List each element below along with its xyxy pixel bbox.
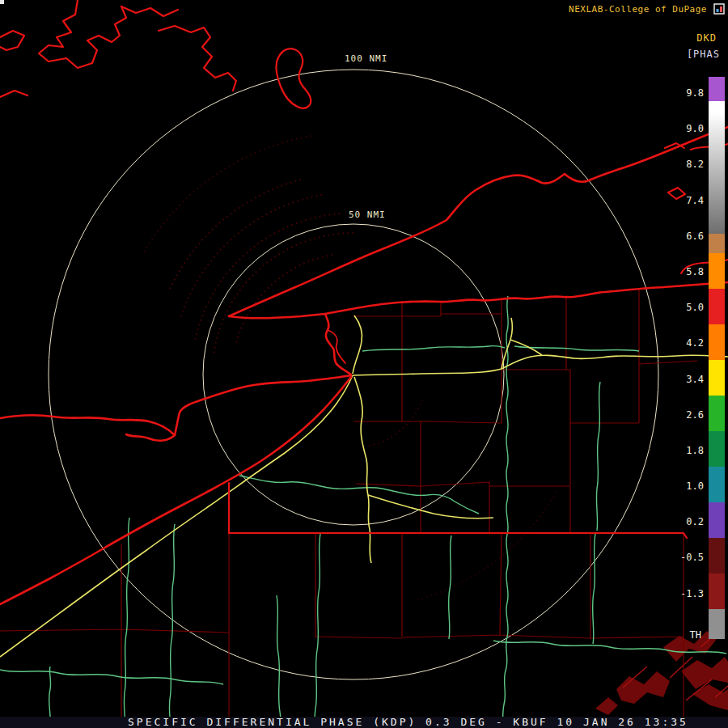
grand-island-channel [328,330,345,363]
range-ring-100nmi [49,70,658,679]
clutter-arc [414,492,557,601]
status-bar: SPECIFIC DIFFERENTIAL PHASE (KDP) 0.3 DE… [0,717,728,728]
status-bar-text: SPECIFIC DIFFERENTIAL PHASE (KDP) 0.3 DE… [128,717,688,728]
range-ring-label-50nmi: 50 NMI [347,210,387,220]
colorbar-segment [709,396,725,431]
niagara-river [325,314,351,375]
radar-map [0,0,728,728]
road-southwest [0,670,223,684]
clutter-arcs [143,136,557,601]
clutter-arc [180,195,322,318]
colorbar-segment [709,609,725,639]
echo-patch [595,697,618,715]
colorbar-segment [709,324,725,360]
colorbar-segment [709,77,725,101]
colorbar-tick-label: 1.0 [670,468,704,504]
state-water-boundaries [0,0,728,604]
cattaraugus-creek [239,476,479,514]
units-label: [PHAS [687,49,720,60]
colorbar-segment [709,101,725,112]
left-edge-shore [0,91,28,97]
colorbar-tick-label: 5.0 [670,290,704,325]
colorbar-segment [709,574,725,609]
erie-canal [362,346,639,351]
colorbar-tick-label: 3.4 [670,362,704,397]
creek-southwest-1 [124,518,129,728]
us219-south [354,377,371,563]
canada-shoreline-a [39,0,126,68]
canada-shoreline-c [159,26,236,91]
colorbar-tick-label: 5.8 [670,254,704,290]
colorbar-tick-label: 4.2 [670,325,704,361]
county-lines [0,290,697,728]
rivers-roads [0,296,726,728]
lake-erie-us-shore [0,377,351,604]
colorbar-tick-label: 1.8 [670,433,704,468]
colorbar-tick-label: 2.6 [670,397,704,433]
header-title: NEXLAB-College of DuPage [569,4,707,15]
route-southeast [368,495,493,518]
clutter-arc [236,255,332,343]
canada-shoreline-b [121,6,178,16]
range-ring-label-100nmi: 100 NMI [343,53,389,64]
lake-ontario-south-shore [229,282,728,318]
colorbar-segment [709,112,725,234]
clutter-arc [366,400,422,447]
range-rings [49,70,658,679]
ny-pa-border [229,483,687,538]
long-point-shore [0,415,175,441]
echo-blob-southeast [595,631,728,715]
corner-mark [0,0,4,4]
colorbar-tick-label: 9.0 [670,111,704,146]
colorbar-segment [709,360,725,396]
colorbar-tick-label: -1.3 [670,576,704,612]
county-boundaries [0,290,697,728]
echo-patch [681,657,728,689]
creek-east-1 [596,382,600,531]
echo-patch [616,671,670,704]
colorbar-tick-label: 8.2 [670,146,704,182]
colorbar-segment [709,538,725,574]
creek-southwest-2 [169,524,175,728]
creek-south-3 [449,535,451,639]
clutter-arc [143,136,311,253]
colorbar-tick-label: 6.6 [670,218,704,254]
colorbar-tick-label: 7.4 [670,183,704,218]
creek-southeast-1 [593,534,595,644]
canada-shoreline-d [0,31,24,50]
lake-erie-canada-shore [175,375,351,435]
colorbar-segment [709,502,725,538]
colorbar-tick-label: 0.2 [670,504,704,540]
radar-echoes [143,136,728,715]
clutter-arc [170,180,301,289]
creek-south-2 [277,595,281,728]
colorbar-tick-label: 9.8 [670,75,704,111]
range-ring-50nmi [203,224,504,525]
i190-niagara [353,315,362,374]
threshold-label: TH [690,629,701,641]
colorbar-segment [709,431,725,467]
highways [0,315,728,657]
colorbar-segment [709,234,725,253]
colorbar-segment [709,289,725,324]
colorbar-segment [709,467,725,502]
colorbar-segment [709,253,725,289]
clutter-arc [214,233,353,355]
cod-logo-icon [713,3,725,15]
product-id-label: DKD [696,32,717,44]
radar-viewer: { "header": { "title": "NEXLAB-College o… [0,0,728,728]
colorbar-tick-label: -0.5 [670,540,704,575]
echo-patch [692,684,728,710]
colorbar-ticks: 9.89.08.27.46.65.85.04.23.42.61.81.00.2-… [670,75,704,612]
colorbar [709,77,725,639]
